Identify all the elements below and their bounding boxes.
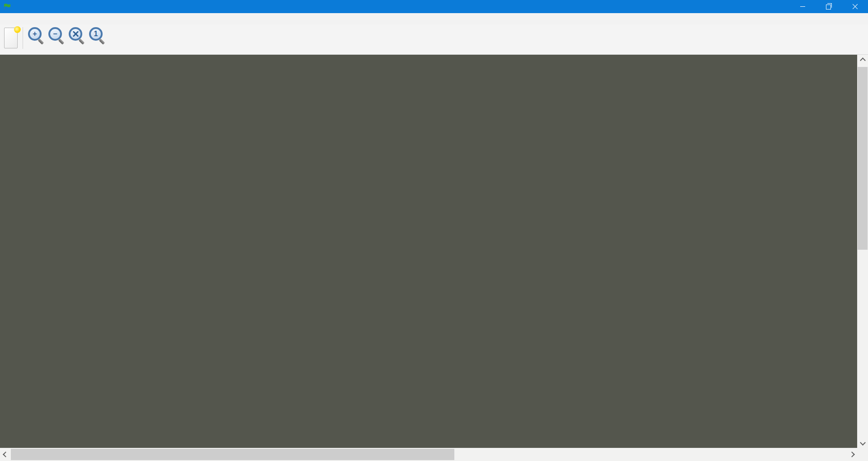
scroll-down-button[interactable] — [857, 437, 868, 448]
chevron-left-icon — [3, 451, 9, 457]
minimize-icon — [800, 6, 805, 7]
menu-help[interactable] — [42, 18, 51, 20]
title-bar — [0, 0, 868, 13]
toolbar-separator — [23, 27, 23, 49]
toolbar: + − 1 — [0, 24, 868, 55]
zoom-fit-button[interactable] — [69, 27, 82, 41]
menu-edit[interactable] — [10, 18, 18, 20]
zoom-actual-button[interactable]: 1 — [89, 27, 103, 41]
zoom-out-button[interactable]: − — [48, 27, 62, 41]
close-icon — [852, 4, 858, 10]
menu-bar — [0, 13, 868, 24]
vertical-scrollbar[interactable] — [857, 55, 868, 448]
menu-file[interactable] — [2, 18, 10, 20]
minimize-button[interactable] — [789, 0, 816, 13]
menu-build[interactable] — [34, 18, 42, 20]
story-map-canvas[interactable] — [0, 55, 857, 448]
restore-button[interactable] — [816, 0, 842, 13]
chevron-right-icon — [849, 451, 855, 457]
scroll-left-button[interactable] — [0, 448, 11, 461]
close-button[interactable] — [842, 0, 868, 13]
horizontal-scrollbar-thumb[interactable] — [11, 449, 454, 460]
new-passage-icon — [14, 26, 21, 33]
scroll-right-button[interactable] — [846, 448, 857, 461]
chevron-down-icon — [860, 440, 866, 446]
vertical-scrollbar-thumb[interactable] — [858, 67, 868, 250]
connections-layer — [0, 55, 857, 448]
scroll-up-button[interactable] — [857, 55, 868, 66]
scrollbar-corner — [857, 448, 868, 461]
twine-app-icon — [3, 3, 11, 11]
horizontal-scrollbar[interactable] — [0, 448, 857, 461]
zoom-in-button[interactable]: + — [28, 27, 42, 41]
restore-icon — [826, 5, 831, 10]
new-passage-button[interactable] — [4, 28, 18, 48]
menu-story[interactable] — [26, 18, 34, 20]
zoom-fit-icon — [72, 31, 79, 37]
chevron-up-icon — [860, 57, 866, 63]
menu-view[interactable] — [18, 18, 26, 20]
